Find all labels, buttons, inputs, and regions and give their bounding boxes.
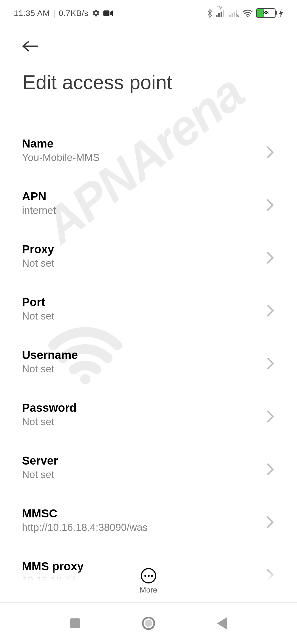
battery-icon: 38 — [256, 8, 276, 18]
svg-rect-5 — [229, 15, 231, 17]
setting-title: APN — [22, 190, 56, 203]
nav-back-button[interactable] — [214, 615, 230, 632]
svg-rect-1 — [216, 15, 218, 17]
svg-rect-2 — [218, 13, 220, 17]
setting-row-password[interactable]: Password Not set — [22, 388, 275, 441]
setting-row-apn[interactable]: APN internet — [22, 177, 275, 230]
circle-icon — [142, 617, 155, 630]
more-action-label: More — [140, 586, 157, 594]
setting-row-server[interactable]: Server Not set — [22, 441, 275, 494]
setting-value: http://10.16.18.4:38090/was — [22, 522, 148, 533]
status-time: 11:35 AM — [14, 9, 50, 18]
wifi-icon — [243, 9, 253, 17]
setting-value: Not set — [22, 363, 78, 375]
nav-home-button[interactable] — [140, 615, 157, 632]
chevron-right-icon — [267, 463, 275, 471]
bluetooth-icon — [207, 9, 213, 18]
chevron-right-icon — [267, 410, 275, 419]
page-title: Edit access point — [22, 54, 275, 94]
setting-value: Not set — [22, 416, 76, 428]
cellular-signal-2-icon — [229, 9, 239, 17]
triangle-left-icon — [217, 617, 227, 629]
setting-value: You-Mobile-MMS — [22, 152, 100, 163]
setting-row-mmsc[interactable]: MMSC http://10.16.18.4:38090/was — [22, 494, 275, 547]
svg-rect-3 — [221, 12, 222, 17]
setting-row-port[interactable]: Port Not set — [22, 282, 275, 335]
svg-rect-0 — [103, 10, 109, 16]
setting-row-proxy[interactable]: Proxy Not set — [22, 230, 275, 282]
video-camera-icon — [103, 10, 113, 17]
more-horizontal-icon — [141, 568, 156, 583]
arrow-left-icon — [22, 40, 38, 52]
charging-bolt-icon — [279, 9, 283, 17]
setting-row-name[interactable]: Name You-Mobile-MMS — [22, 124, 275, 177]
cellular-signal-1-icon: 4G — [216, 9, 226, 17]
chevron-right-icon — [267, 305, 275, 313]
more-action[interactable]: More — [0, 568, 297, 594]
chevron-right-icon — [267, 516, 275, 524]
setting-value: Not set — [22, 258, 54, 269]
svg-point-9 — [247, 16, 248, 17]
setting-row-username[interactable]: Username Not set — [22, 335, 275, 388]
status-bar: 11:35 AM | 0.7KB/s 4G 38 — [0, 0, 297, 21]
setting-title: MMSC — [22, 507, 148, 520]
svg-rect-4 — [223, 10, 224, 17]
setting-title: Password — [22, 401, 76, 414]
svg-rect-7 — [234, 12, 235, 17]
setting-value: internet — [22, 205, 56, 216]
svg-rect-6 — [232, 13, 233, 17]
setting-title: Username — [22, 348, 78, 362]
settings-gear-icon — [92, 9, 100, 17]
setting-value: Not set — [22, 469, 58, 481]
setting-value: Not set — [22, 310, 54, 322]
status-net-speed: 0.7KB/s — [59, 9, 89, 18]
nav-recents-button[interactable] — [67, 615, 83, 632]
setting-title: Server — [22, 454, 58, 467]
chevron-right-icon — [267, 199, 275, 207]
system-nav-bar — [0, 602, 297, 644]
setting-title: Port — [22, 296, 54, 309]
svg-rect-8 — [236, 10, 237, 17]
back-button[interactable] — [22, 38, 38, 54]
chevron-right-icon — [267, 146, 275, 154]
setting-title: Proxy — [22, 243, 54, 256]
chevron-right-icon — [267, 252, 275, 260]
chevron-right-icon — [267, 358, 275, 366]
setting-title: Name — [22, 137, 100, 150]
square-icon — [70, 618, 80, 628]
